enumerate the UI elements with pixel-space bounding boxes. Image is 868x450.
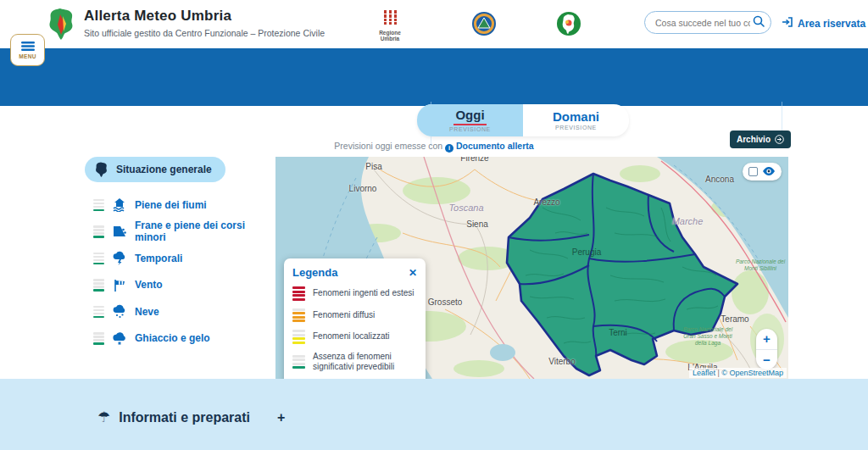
tab-domani-sublabel: PREVISIONE: [555, 125, 597, 131]
layer-checkbox[interactable]: [748, 167, 758, 176]
info-icon: i: [445, 144, 453, 153]
regione-umbria-logo: Regione Umbria: [370, 10, 409, 42]
legend-item-orange: Fenomeni diffusi: [292, 308, 417, 323]
sidebar-item-vento[interactable]: Vento: [85, 272, 275, 299]
thunderstorm-icon: [111, 251, 128, 266]
sidebar-item-label: Neve: [135, 306, 159, 318]
alert-level-green-icon: [93, 225, 104, 238]
map-label-parco-gran-sasso: Parco Nazionale del Gran Sasso e Monti d…: [681, 326, 735, 346]
search-icon[interactable]: [750, 13, 767, 33]
alert-level-green-icon: [93, 332, 104, 345]
site-search: [644, 11, 771, 34]
legend-title: Legenda: [292, 266, 337, 279]
legend-item-red: Fenomeni ingenti ed estesi: [292, 286, 417, 301]
regione-umbria-caption: Regione Umbria: [370, 30, 409, 42]
hazard-sidebar: Situazione generale Piene dei fiumi Fran…: [85, 157, 275, 352]
map-label-toscana: Toscana: [448, 203, 483, 213]
alert-level-green-icon: [93, 279, 104, 292]
informati-title: Informati e preparati: [119, 410, 250, 425]
sidebar-item-label: Temporali: [135, 253, 182, 264]
footer-band: ☂ Informati e preparati +: [0, 379, 868, 450]
brand[interactable]: Allerta Meteo Umbria Sito ufficiale gest…: [47, 8, 325, 45]
snow-icon: [111, 304, 128, 319]
map-label-teramo: Teramo: [721, 314, 748, 324]
sidebar-active-label: Situazione generale: [116, 164, 212, 175]
informati-accordion[interactable]: ☂ Informati e preparati +: [97, 408, 285, 426]
brand-text: Allerta Meteo Umbria Sito ufficiale gest…: [84, 8, 325, 45]
alert-level-green-icon: [93, 199, 104, 212]
sidebar-item-situazione-generale[interactable]: Situazione generale: [85, 157, 225, 182]
documento-allerta-link[interactable]: Documento allerta: [456, 141, 534, 151]
menu-button[interactable]: MENU: [10, 34, 45, 66]
legend-item-yellow: Fenomeni localizzati: [292, 330, 417, 344]
map-label-siena: Siena: [466, 219, 488, 229]
forecast-tabs: Oggi PREVISIONE Domani PREVISIONE: [417, 104, 629, 136]
windsock-icon: [111, 277, 128, 292]
map-label-terni: Terni: [609, 328, 627, 337]
legend-close-icon[interactable]: ✕: [409, 267, 417, 279]
sidebar-item-neve[interactable]: Neve: [85, 298, 275, 325]
legend-item-label: Fenomeni localizzati: [313, 331, 390, 342]
alert-bar: Documento di allerta 026/2022 valido dal…: [0, 48, 868, 106]
page: Allerta Meteo Umbria Sito ufficiale gest…: [0, 0, 868, 450]
login-enter-icon: [782, 16, 793, 31]
site-subtitle: Sito ufficiale gestito da Centro Funzion…: [84, 28, 325, 38]
tab-oggi[interactable]: Oggi PREVISIONE: [417, 104, 523, 136]
alert-level-yellow-icon: [292, 330, 305, 344]
site-title: Allerta Meteo Umbria: [84, 8, 325, 25]
river-flood-icon: [111, 197, 128, 213]
map-label-parco-sibillini: Parco Nazionale dei Monti Sibillini: [733, 258, 787, 272]
leaflet-link[interactable]: Leaflet: [693, 369, 715, 377]
protezione-civile-logo-icon: [471, 11, 497, 40]
zoom-out-button[interactable]: −: [756, 350, 777, 370]
tab-domani[interactable]: Domani PREVISIONE: [523, 104, 629, 136]
zoom-in-button[interactable]: +: [756, 329, 777, 350]
alert-level-green-icon: [292, 355, 305, 369]
ice-icon: [111, 331, 128, 346]
sidebar-item-label: Piene dei fiumi: [135, 199, 207, 211]
expand-plus-icon[interactable]: +: [277, 410, 285, 425]
attribution-separator: |: [717, 369, 719, 377]
sidebar-item-label: Vento: [135, 279, 163, 291]
sidebar-item-temporali[interactable]: Temporali: [85, 245, 275, 272]
map-label-pisa: Pisa: [365, 162, 381, 171]
legend-item-label: Assenza di fenomeni significativi preved…: [313, 352, 417, 373]
map-label-grosseto: Grosseto: [428, 297, 463, 307]
landslide-icon: [111, 224, 128, 239]
eye-icon[interactable]: [762, 164, 776, 180]
sidebar-item-label: Ghiaccio e gelo: [135, 332, 210, 344]
sidebar-item-label: Frane e piene dei corsi minori: [135, 219, 275, 243]
sidebar-item-ghiaccio[interactable]: Ghiaccio e gelo: [85, 325, 275, 353]
map-attribution: Leaflet | © OpenStreetMap: [689, 368, 787, 378]
alert-level-orange-icon: [292, 308, 305, 323]
hazard-list: Piene dei fiumi Frane e piene dei corsi …: [85, 192, 275, 352]
umbrella-icon: ☂: [97, 408, 110, 426]
map-legend: Legenda ✕ Fenomeni ingenti ed estesi Fen…: [284, 258, 426, 379]
alert-document-text: Documento di allerta 026/2022 valido dal…: [85, 103, 431, 134]
map-label-firenze: Firenze: [460, 157, 488, 163]
umbria-logo-icon: [47, 8, 75, 45]
hamburger-icon: [21, 42, 35, 51]
centro-funzionale-logo-icon: [556, 11, 581, 40]
osm-link[interactable]: © OpenStreetMap: [721, 369, 783, 377]
legend-item-label: Fenomeni diffusi: [313, 310, 375, 321]
map-label-viterbo: Viterbo: [548, 357, 576, 366]
menu-label: MENU: [19, 53, 36, 59]
legend-item-green: Assenza di fenomeni significativi preved…: [292, 352, 417, 373]
alert-level-green-icon: [93, 253, 104, 265]
legend-item-label: Fenomeni ingenti ed estesi: [313, 288, 415, 299]
alert-level-green-icon: [93, 306, 104, 319]
area-riservata-link[interactable]: Area riservata: [782, 16, 865, 31]
layer-control: [743, 163, 782, 181]
map-label-livorno: Livorno: [349, 184, 377, 193]
map-label-marche: Marche: [672, 216, 704, 226]
tab-oggi-sublabel: PREVISIONE: [449, 126, 491, 132]
umbria-shape-icon: [94, 162, 108, 178]
alert-map[interactable]: Pisa Livorno Firenze Toscana Siena Arezz…: [275, 157, 788, 379]
sidebar-item-frane[interactable]: Frane e piene dei corsi minori: [85, 219, 275, 246]
search-input[interactable]: [655, 18, 750, 28]
sidebar-item-piene-dei-fiumi[interactable]: Piene dei fiumi: [85, 192, 275, 219]
emission-text: Previsioni oggi emesse con: [334, 141, 442, 151]
map-label-perugia: Perugia: [572, 247, 601, 257]
map-label-ancona: Ancona: [705, 175, 734, 184]
